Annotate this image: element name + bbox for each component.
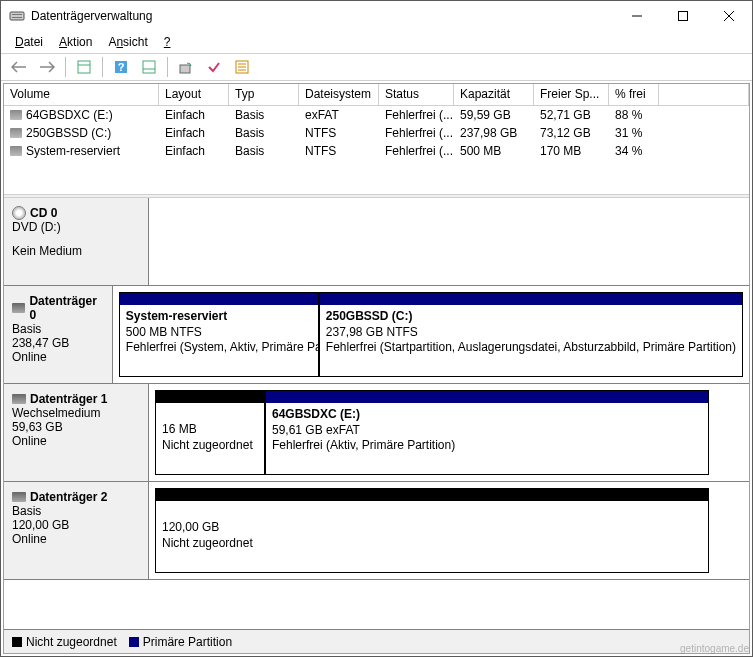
refresh-button[interactable] xyxy=(174,56,198,78)
volume-icon xyxy=(10,128,22,138)
disk-icon xyxy=(12,492,26,502)
legend-primary: Primäre Partition xyxy=(129,635,232,649)
volume-list: Volume Layout Typ Dateisystem Status Kap… xyxy=(4,84,749,194)
col-freier-speicher[interactable]: Freier Sp... xyxy=(534,84,609,105)
col-typ[interactable]: Typ xyxy=(229,84,299,105)
menubar: Datei Aktion Ansicht ? xyxy=(1,31,752,53)
disk-row-cd: CD 0 DVD (D:) Kein Medium xyxy=(4,198,749,286)
volume-list-header: Volume Layout Typ Dateisystem Status Kap… xyxy=(4,84,749,106)
disk-label[interactable]: Datenträger 2 Basis 120,00 GB Online xyxy=(4,482,149,579)
watermark: getintogame.de xyxy=(680,643,749,654)
partition-system-reserved[interactable]: System-reserviert 500 MB NTFS Fehlerfrei… xyxy=(119,292,319,377)
partition-color-bar xyxy=(266,391,708,403)
partition-unallocated[interactable]: 16 MB Nicht zugeordnet xyxy=(155,390,265,475)
legend-swatch-icon xyxy=(129,637,139,647)
svg-rect-7 xyxy=(78,61,90,73)
disk-icon xyxy=(12,303,25,313)
minimize-button[interactable] xyxy=(614,1,660,31)
titlebar[interactable]: Datenträgerverwaltung xyxy=(1,1,752,31)
close-button[interactable] xyxy=(706,1,752,31)
list-button[interactable] xyxy=(230,56,254,78)
forward-button[interactable] xyxy=(35,56,59,78)
disk-row-0: Datenträger 0 Basis 238,47 GB Online Sys… xyxy=(4,286,749,384)
app-icon xyxy=(9,8,25,24)
partition-color-bar xyxy=(156,489,708,501)
col-kapazitaet[interactable]: Kapazität xyxy=(454,84,534,105)
volume-icon xyxy=(10,146,22,156)
back-button[interactable] xyxy=(7,56,31,78)
col-prozent-frei[interactable]: % frei xyxy=(609,84,659,105)
partition-color-bar xyxy=(156,391,264,403)
disk-partitions: System-reserviert 500 MB NTFS Fehlerfrei… xyxy=(113,286,749,383)
disk-partitions xyxy=(149,198,749,285)
volume-row[interactable]: System-reserviert Einfach Basis NTFS Feh… xyxy=(4,142,749,160)
volume-icon xyxy=(10,110,22,120)
disk-label[interactable]: Datenträger 1 Wechselmedium 59,63 GB Onl… xyxy=(4,384,149,481)
partition-e[interactable]: 64GBSDXC (E:) 59,61 GB exFAT Fehlerfrei … xyxy=(265,390,709,475)
toolbar: ? xyxy=(1,53,752,81)
legend-swatch-icon xyxy=(12,637,22,647)
disk-icon xyxy=(12,394,26,404)
volume-row[interactable]: 64GBSDXC (E:) Einfach Basis exFAT Fehler… xyxy=(4,106,749,124)
disk-partitions: 120,00 GB Nicht zugeordnet xyxy=(149,482,749,579)
disk-management-window: Datenträgerverwaltung Datei Aktion Ansic… xyxy=(0,0,753,657)
legend-unallocated: Nicht zugeordnet xyxy=(12,635,117,649)
svg-rect-4 xyxy=(679,12,688,21)
volume-row[interactable]: 250GBSSD (C:) Einfach Basis NTFS Fehlerf… xyxy=(4,124,749,142)
svg-rect-2 xyxy=(12,17,22,18)
svg-text:?: ? xyxy=(118,61,125,73)
disk-graphical-view: CD 0 DVD (D:) Kein Medium Datenträger 0 … xyxy=(4,198,749,629)
cd-icon xyxy=(12,206,26,220)
maximize-button[interactable] xyxy=(660,1,706,31)
col-spacer xyxy=(659,84,749,105)
menu-aktion[interactable]: Aktion xyxy=(53,33,98,51)
disk-label[interactable]: Datenträger 0 Basis 238,47 GB Online xyxy=(4,286,113,383)
col-dateisystem[interactable]: Dateisystem xyxy=(299,84,379,105)
content-area: Volume Layout Typ Dateisystem Status Kap… xyxy=(3,83,750,654)
menu-datei[interactable]: Datei xyxy=(9,33,49,51)
view-top-button[interactable] xyxy=(72,56,96,78)
svg-rect-0 xyxy=(10,12,24,20)
partition-color-bar xyxy=(320,293,742,305)
svg-rect-11 xyxy=(143,61,155,73)
window-title: Datenträgerverwaltung xyxy=(31,9,614,23)
disk-label[interactable]: CD 0 DVD (D:) Kein Medium xyxy=(4,198,149,285)
help-button[interactable]: ? xyxy=(109,56,133,78)
legend: Nicht zugeordnet Primäre Partition xyxy=(4,629,749,653)
disk-row-1: Datenträger 1 Wechselmedium 59,63 GB Onl… xyxy=(4,384,749,482)
col-volume[interactable]: Volume xyxy=(4,84,159,105)
disk-row-2: Datenträger 2 Basis 120,00 GB Online 120… xyxy=(4,482,749,580)
col-layout[interactable]: Layout xyxy=(159,84,229,105)
menu-help[interactable]: ? xyxy=(158,33,177,51)
partition-color-bar xyxy=(120,293,318,305)
view-bottom-button[interactable] xyxy=(137,56,161,78)
partition-unallocated[interactable]: 120,00 GB Nicht zugeordnet xyxy=(155,488,709,573)
col-status[interactable]: Status xyxy=(379,84,454,105)
partition-c[interactable]: 250GBSSD (C:) 237,98 GB NTFS Fehlerfrei … xyxy=(319,292,743,377)
svg-rect-1 xyxy=(12,14,22,15)
menu-ansicht[interactable]: Ansicht xyxy=(102,33,153,51)
check-button[interactable] xyxy=(202,56,226,78)
svg-rect-13 xyxy=(180,65,190,73)
disk-partitions: 16 MB Nicht zugeordnet 64GBSDXC (E:) 59,… xyxy=(149,384,749,481)
